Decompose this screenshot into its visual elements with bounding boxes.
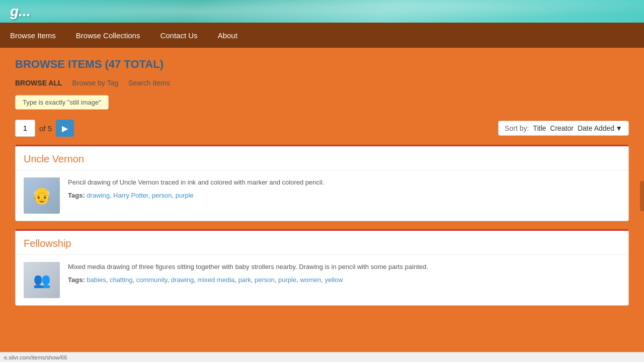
item-thumbnail-uncle-vernon bbox=[24, 177, 60, 214]
item-body-uncle-vernon: Pencil drawing of Uncle Vernon traced in… bbox=[16, 170, 628, 221]
header-banner: g... bbox=[0, 0, 644, 23]
sort-label: Sort by: bbox=[505, 124, 529, 132]
item-details-fellowship: Mixed media drawing of three figures sit… bbox=[68, 262, 428, 284]
tag-drawing[interactable]: drawing bbox=[87, 192, 110, 199]
browse-tabs: BROWSE ALL Browse by Tag Search Items bbox=[15, 79, 629, 87]
item-tags-fellowship: Tags: babies, chatting, community, drawi… bbox=[68, 276, 428, 284]
page-title: BROWSE ITEMS (47 TOTAL) bbox=[15, 58, 629, 71]
nav-browse-collections[interactable]: Browse Collections bbox=[66, 23, 150, 48]
filter-tag-label: Type is exactly "still image" bbox=[15, 95, 109, 110]
scrollbar[interactable] bbox=[640, 181, 644, 211]
item-description-uncle-vernon: Pencil drawing of Uncle Vernon traced in… bbox=[68, 177, 324, 188]
sort-area: Sort by: Title Creator Date Added ▼ bbox=[498, 121, 629, 136]
filter-tag[interactable]: Type is exactly "still image" bbox=[15, 95, 629, 120]
tags-label-uncle-vernon: Tags: bbox=[68, 192, 85, 199]
tag-babies[interactable]: babies bbox=[87, 276, 106, 284]
tag-women[interactable]: women bbox=[300, 276, 321, 284]
item-description-fellowship: Mixed media drawing of three figures sit… bbox=[68, 262, 428, 272]
tag-drawing-f[interactable]: drawing bbox=[171, 276, 194, 284]
pagination-left: of 5 ▶ bbox=[15, 120, 74, 137]
item-tags-uncle-vernon: Tags: drawing, Harry Potter, person, pur… bbox=[68, 192, 324, 199]
sort-by-creator[interactable]: Creator bbox=[550, 124, 574, 132]
nav-about[interactable]: About bbox=[208, 23, 248, 48]
item-title-uncle-vernon[interactable]: Uncle Vernon bbox=[16, 146, 628, 170]
item-details-uncle-vernon: Pencil drawing of Uncle Vernon traced in… bbox=[68, 177, 324, 199]
status-bar: e.silvr.com/items/show/66 bbox=[0, 352, 644, 362]
page-of: of 5 bbox=[39, 124, 52, 133]
tag-yellow[interactable]: yellow bbox=[325, 276, 343, 284]
sort-by-date-added[interactable]: Date Added ▼ bbox=[578, 124, 622, 132]
tab-search-items[interactable]: Search Items bbox=[128, 79, 170, 87]
item-thumbnail-fellowship bbox=[24, 262, 60, 298]
item-body-fellowship: Mixed media drawing of three figures sit… bbox=[16, 255, 628, 305]
nav-browse-items[interactable]: Browse Items bbox=[0, 23, 66, 48]
nav-bar: Browse Items Browse Collections Contact … bbox=[0, 23, 644, 48]
pagination-row: of 5 ▶ Sort by: Title Creator Date Added… bbox=[15, 120, 629, 137]
tag-mixed-media[interactable]: mixed media bbox=[198, 276, 235, 284]
tag-park[interactable]: park bbox=[238, 276, 251, 284]
tags-label-fellowship: Tags: bbox=[68, 276, 85, 284]
item-title-fellowship[interactable]: Fellowship bbox=[16, 231, 628, 255]
tag-harry-potter[interactable]: Harry Potter bbox=[113, 192, 148, 199]
tag-person-f[interactable]: person bbox=[255, 276, 275, 284]
item-card-uncle-vernon: Uncle Vernon Pencil drawing of Uncle Ver… bbox=[15, 145, 629, 221]
page-input[interactable] bbox=[15, 120, 35, 137]
tab-browse-by-tag[interactable]: Browse by Tag bbox=[72, 79, 119, 87]
next-page-button[interactable]: ▶ bbox=[56, 120, 74, 137]
main-content: BROWSE ITEMS (47 TOTAL) BROWSE ALL Brows… bbox=[0, 48, 644, 362]
tag-person[interactable]: person bbox=[152, 192, 172, 199]
tag-chatting[interactable]: chatting bbox=[110, 276, 133, 284]
tag-purple-f[interactable]: purple bbox=[278, 276, 296, 284]
sort-by-title[interactable]: Title bbox=[533, 124, 546, 132]
tag-purple[interactable]: purple bbox=[176, 192, 194, 199]
status-url: e.silvr.com/items/show/66 bbox=[4, 354, 67, 360]
item-card-fellowship: Fellowship Mixed media drawing of three … bbox=[15, 229, 629, 306]
tag-community[interactable]: community bbox=[136, 276, 168, 284]
site-logo: g... bbox=[10, 4, 30, 20]
tab-browse-all[interactable]: BROWSE ALL bbox=[15, 79, 62, 87]
nav-contact-us[interactable]: Contact Us bbox=[150, 23, 207, 48]
